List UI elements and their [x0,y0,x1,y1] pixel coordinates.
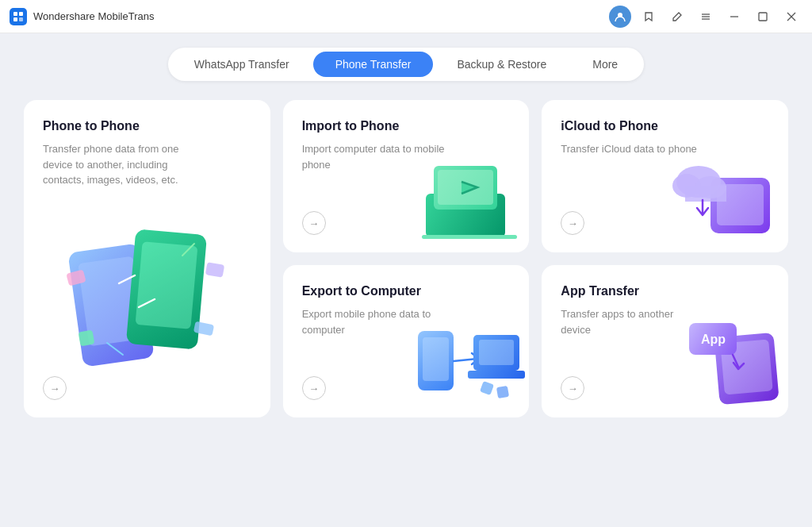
svg-rect-33 [479,340,514,365]
account-button[interactable] [609,6,631,28]
svg-rect-9 [759,13,767,21]
card-app-transfer[interactable]: App Transfer Transfer apps to another de… [542,265,788,417]
card-phone-to-phone-arrow[interactable]: → [43,376,67,400]
card-app-arrow[interactable]: → [561,376,584,400]
svg-rect-35 [480,381,494,395]
app-transfer-illustration: App [673,315,784,410]
card-phone-to-phone-title: Phone to Phone [43,119,251,133]
card-export-title: Export to Computer [302,284,511,298]
export-illustration [414,315,525,410]
svg-rect-23 [422,235,517,239]
svg-rect-3 [19,17,23,21]
card-import-title: Import to Phone [302,119,511,133]
svg-rect-34 [468,371,525,379]
import-illustration [418,154,521,241]
app-icon [10,8,27,25]
nav-bar: WhatsApp Transfer Phone Transfer Backup … [0,33,812,92]
titlebar: Wondershare MobileTrans [0,0,812,33]
svg-rect-18 [79,330,95,347]
icloud-illustration [671,154,782,241]
card-import-arrow[interactable]: → [302,211,326,235]
svg-rect-29 [685,186,726,202]
phone-to-phone-illustration [59,208,234,367]
nav-item-whatsapp[interactable]: WhatsApp Transfer [172,52,312,77]
card-export-to-computer[interactable]: Export to Computer Export mobile phone d… [283,265,530,417]
titlebar-controls [609,6,802,28]
bookmark-button[interactable] [638,6,660,28]
svg-rect-15 [136,241,198,329]
card-app-title: App Transfer [561,284,769,298]
nav-pill-container: WhatsApp Transfer Phone Transfer Backup … [168,48,644,81]
minimize-button[interactable] [723,6,745,28]
app-title: Wondershare MobileTrans [33,10,154,22]
svg-rect-1 [19,12,23,16]
titlebar-left: Wondershare MobileTrans [10,8,154,25]
close-button[interactable] [780,6,802,28]
svg-rect-36 [496,386,509,398]
svg-text:App: App [701,333,726,346]
card-icloud-title: iCloud to Phone [561,119,769,133]
maximize-button[interactable] [752,6,774,28]
svg-rect-2 [13,17,17,21]
menu-button[interactable] [695,6,717,28]
card-phone-to-phone[interactable]: Phone to Phone Transfer phone data from … [24,100,270,417]
card-export-arrow[interactable]: → [302,376,326,400]
svg-rect-31 [423,337,449,381]
card-import-to-phone[interactable]: Import to Phone Import computer data to … [283,100,530,252]
svg-rect-0 [13,12,17,16]
card-icloud-arrow[interactable]: → [561,211,584,235]
edit-button[interactable] [666,6,688,28]
svg-rect-17 [205,262,224,278]
nav-item-backup[interactable]: Backup & Restore [435,52,569,77]
nav-item-more[interactable]: More [570,52,640,77]
card-icloud-to-phone[interactable]: iCloud to Phone Transfer iCloud data to … [542,100,788,252]
nav-item-phone[interactable]: Phone Transfer [313,52,434,77]
card-phone-to-phone-desc: Transfer phone data from one device to a… [43,141,186,188]
main-content: Phone to Phone Transfer phone data from … [0,92,812,433]
